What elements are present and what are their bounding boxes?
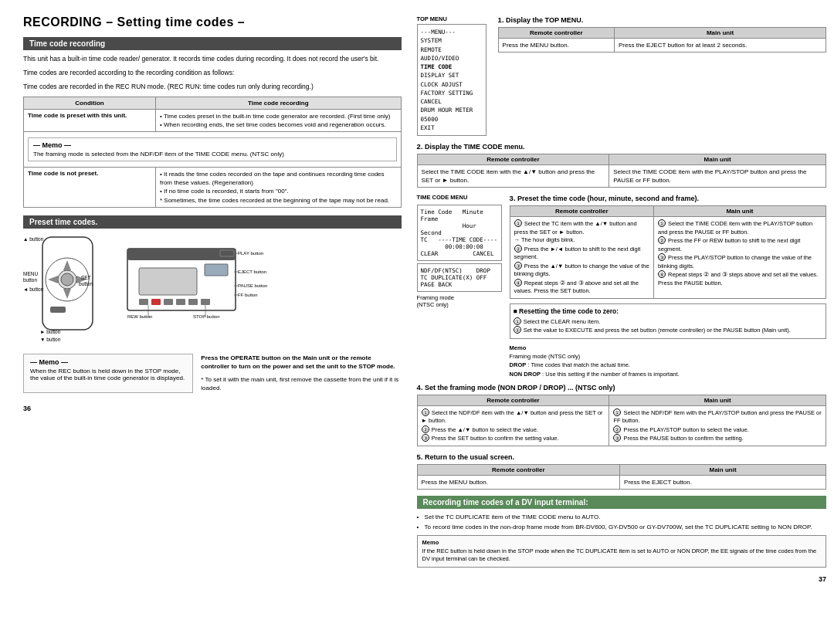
bold-instruction: Press the OPERATE button on the Main uni… [201,354,401,371]
step5-title-text: Return to the usual screen. [425,453,514,461]
remote-diagram: ▲ button MENU button ◄ button ► button ▼… [23,233,116,343]
svg-text:MENU: MENU [23,271,38,276]
svg-text:button: button [23,277,37,283]
page-container: RECORDING – Setting time codes – Time co… [23,15,811,583]
preset-instructions: Press the OPERATE button on the Main uni… [201,349,401,393]
dv-memo-text: If the REC button is held down in the ST… [422,547,817,563]
memo-row: — Memo — The framing mode is selected fr… [24,132,402,168]
main-unit-col-header: Main unit [615,28,826,39]
unit-diagram: PLAY button EJECT button PAUSE button FF… [124,233,402,343]
preset-section: Preset time codes. [23,215,402,393]
row1-condition: Time code is preset with this unit. [24,109,156,131]
step4-remote-header: Remote controller [417,395,609,405]
col-header-condition: Condition [24,97,156,109]
step2-container: 2. Display the TIME CODE menu. Remote co… [417,142,826,188]
italic-note: * To set it with the main unit, first re… [201,375,401,392]
step2-title-text: Display the TIME CODE menu. [425,143,525,151]
preset-memo-box: — Memo — When the REC button is held dow… [23,354,193,393]
step4-table: Remote controller Main unit ① Select the… [417,395,826,446]
left-page-number: 36 [23,405,402,412]
tc-menu-area: TIME CODE MENU Time Code Minute Frame Ho… [417,194,826,378]
step5-remote-header: Remote controller [417,464,619,475]
step5-table: Remote controller Main unit Press the ME… [417,464,826,490]
top-menu-area: TOP MENU ---MENU---SYSTEMREMOTEAUDIO/VID… [417,15,826,136]
step5-main: Press the EJECT button. [620,475,826,489]
svg-rect-20 [205,264,228,276]
svg-text:EJECT button: EJECT button [238,269,266,274]
step1-title-text: Display the TOP MENU. [506,16,583,24]
svg-rect-25 [188,299,198,305]
step5-number: 5. [417,452,423,461]
step1-main: Press the EJECT button for at least 2 se… [615,39,826,53]
tc-menu-display2: NDF/DF(NTSC) DROP TC DUPLICATE(X) OFF PA… [417,263,502,292]
step4-container: 4. Set the framing mode (NON DROP / DROP… [417,383,826,446]
remote-svg: ▲ button MENU button ◄ button ► button ▼… [23,233,112,341]
svg-rect-22 [151,299,161,305]
step3-remote-steps: ① Select the TC item with the ▲/▼ button… [510,217,653,299]
step3-area: 3. Preset the time code (hour, minute, s… [510,194,826,378]
menu-display-area: TOP MENU ---MENU---SYSTEMREMOTEAUDIO/VID… [417,15,486,136]
step2-table: Remote controller Main unit Select the T… [417,154,826,188]
memo-label: Memo [510,344,527,351]
svg-rect-27 [220,250,234,256]
step2-main: Select the TIME CODE item with the PLAY/… [609,165,826,188]
memo-title: — Memo — [33,141,392,149]
step4-main-header: Main unit [609,395,826,405]
tc-menu-display-area: TIME CODE MENU Time Code Minute Frame Ho… [417,194,502,378]
svg-marker-5 [48,276,58,283]
intro-text-1: This unit has a built-in time code reade… [23,55,402,64]
svg-text:▼ button: ▼ button [40,337,61,341]
memo-box-framing: — Memo — The framing mode is selected fr… [28,137,397,161]
svg-rect-18 [127,249,236,260]
menu-display: ---MENU---SYSTEMREMOTEAUDIO/VIDEOTIME CO… [417,24,486,136]
remote-col-header: Remote controller [498,28,614,39]
svg-point-7 [61,273,73,286]
svg-text:▲ button: ▲ button [23,236,44,242]
unit-svg: PLAY button EJECT button PAUSE button FF… [124,233,278,341]
step2-number: 2. [417,142,423,151]
step2-remote-header: Remote controller [417,154,609,165]
preset-memo-title: — Memo — [30,358,186,366]
step4-number: 4. [417,383,423,391]
step5-remote: Press the MENU button. [417,475,619,489]
step2-remote: Select the TIME CODE item with the ▲/▼ b… [417,165,609,188]
step1-number: 1. [498,15,504,24]
svg-rect-23 [164,299,173,305]
resetting-steps: ① Select the CLEAR menu item. ② Set the … [514,317,822,335]
step3-table: Remote controller Main unit ① Select the… [510,205,826,299]
step4-remote-steps: ① Select the NDF/DF item with the ▲/▼ bu… [417,405,609,446]
svg-marker-3 [63,260,71,270]
step5-main-header: Main unit [620,464,826,475]
dv-bullet-2: To record time codes in the non-drop fra… [417,523,826,531]
tc-menu-display: Time Code Minute Frame Hour Second TC --… [417,205,502,261]
recording-dv-header: Recording time codes of a DV input termi… [417,496,826,509]
svg-marker-4 [63,289,71,299]
svg-text:◄ button: ◄ button [23,286,44,292]
bottom-area: — Memo — When the REC button is held dow… [23,349,402,393]
diagram-area: ▲ button MENU button ◄ button ► button ▼… [23,233,402,343]
intro-text-2: Time codes are recorded according to the… [23,69,402,78]
row2-condition: Time code is not preset. [24,168,156,208]
svg-text:PAUSE button: PAUSE button [238,283,267,288]
row1-details: • Time codes preset in the built-in time… [156,109,402,131]
resetting-title: ■ Resetting the time code to zero: [514,307,822,315]
dv-memo-title: Memo [422,539,439,546]
step3-title-text: Preset the time code (hour, minute, seco… [517,195,699,202]
svg-rect-21 [139,299,148,305]
step5-container: 5. Return to the usual screen. Remote co… [417,452,826,490]
step4-main-steps: ① Select the NDF/DF item with the PLAY/S… [609,405,826,446]
step3-main-header: Main unit [653,206,826,217]
svg-rect-8 [50,307,66,313]
step1-area: 1. Display the TOP MENU. Remote controll… [498,15,826,136]
step1-table: Remote controller Main unit Press the ME… [498,27,826,53]
top-menu-label: TOP MENU [417,15,486,22]
svg-text:► button: ► button [40,329,61,334]
step2-title: 2. Display the TIME CODE menu. [417,142,826,151]
step3-number: 3. [510,194,516,202]
page-title: RECORDING – Setting time codes – [23,15,402,29]
drop-text: : Time codes that match the actual time. [526,361,630,368]
svg-text:PLAY button: PLAY button [238,251,263,256]
svg-text:REW button: REW button [127,314,152,319]
svg-text:button: button [79,281,93,286]
non-drop-label: NON DROP [510,371,541,378]
